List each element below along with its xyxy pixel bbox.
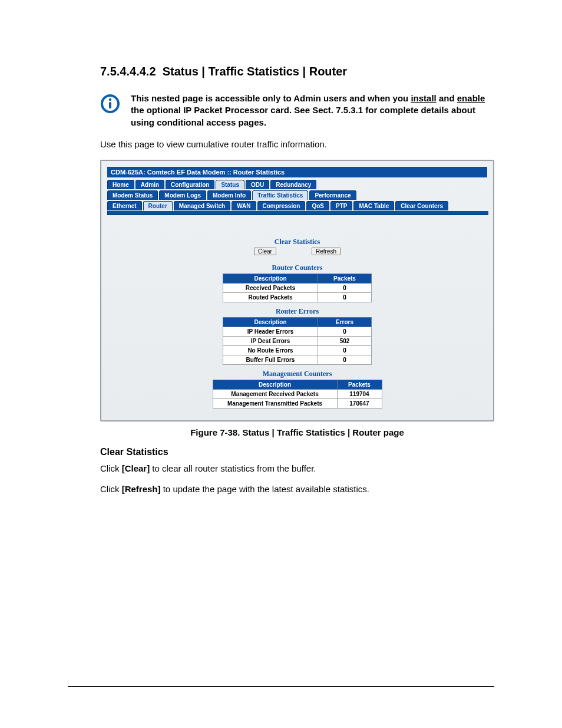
table-row: No Route Errors0	[223, 345, 372, 355]
refresh-button[interactable]: Refresh	[312, 248, 340, 255]
clear-statistics-title: Clear Statistics	[275, 238, 320, 246]
table-row: Routed Packets0	[223, 292, 372, 302]
router-counters-title: Router Counters	[272, 263, 322, 272]
clear-button[interactable]: Clear	[254, 248, 276, 255]
management-counters-table: DescriptionPackets Management Received P…	[213, 380, 382, 409]
admin-note: This nested page is accessible only to A…	[131, 93, 494, 129]
screenshot-figure: CDM-625A: Comtech EF Data Modem :: Route…	[100, 160, 494, 421]
management-counters-title: Management Counters	[263, 370, 332, 378]
table-row: IP Header Errors0	[223, 327, 372, 336]
tab-modem-info[interactable]: Modem Info	[207, 190, 251, 200]
footer-rule	[68, 686, 494, 687]
refresh-instruction: Click [Refresh] to update the page with …	[100, 484, 494, 494]
clear-statistics-heading: Clear Statistics	[100, 447, 494, 457]
router-errors-table: DescriptionErrors IP Header Errors0IP De…	[223, 317, 372, 365]
table-row: Received Packets0	[223, 283, 372, 292]
section-title: Status | Traffic Statistics | Router	[163, 65, 348, 78]
tab-ptp[interactable]: PTP	[330, 201, 352, 210]
table-row: IP Dest Errors502	[223, 336, 372, 345]
tab-wan[interactable]: WAN	[232, 201, 256, 210]
tab-managed-switch[interactable]: Managed Switch	[174, 201, 230, 210]
tab-mac-table[interactable]: MAC Table	[353, 201, 394, 210]
table-row: Buffer Full Errors0	[223, 355, 372, 364]
svg-point-1	[109, 98, 111, 101]
tab-configuration[interactable]: Configuration	[166, 180, 215, 189]
figure-caption: Figure 7-38. Status | Traffic Statistics…	[100, 427, 494, 437]
tab-odu[interactable]: ODU	[246, 180, 269, 189]
section-number: 7.5.4.4.4.2	[100, 65, 156, 78]
tab-modem-logs[interactable]: Modem Logs	[159, 190, 206, 200]
tab-modem-status[interactable]: Modem Status	[107, 190, 158, 200]
router-counters-table: DescriptionPackets Received Packets0Rout…	[223, 274, 372, 302]
tab-home[interactable]: Home	[107, 180, 134, 189]
tab-clear-counters[interactable]: Clear Counters	[395, 201, 448, 210]
tab-ethernet[interactable]: Ethernet	[107, 201, 142, 210]
table-row: Management Received Packets119704	[213, 389, 382, 398]
table-row: Management Transmitted Packets170647	[213, 398, 382, 408]
clear-instruction: Click [Clear] to clear all router statis…	[100, 463, 494, 473]
tab-status[interactable]: Status	[216, 180, 244, 189]
tab-admin[interactable]: Admin	[135, 180, 164, 189]
router-errors-title: Router Errors	[276, 307, 319, 316]
section-heading: 7.5.4.4.4.2 Status | Traffic Statistics …	[100, 65, 494, 78]
tab-router[interactable]: Router	[143, 201, 173, 210]
tab-compression[interactable]: Compression	[257, 201, 306, 210]
tab-performance[interactable]: Performance	[309, 190, 356, 200]
tab-redundancy[interactable]: Redundancy	[270, 180, 316, 189]
tab-qos[interactable]: QoS	[306, 201, 329, 210]
tab-traffic-statistics[interactable]: Traffic Statistics	[252, 190, 308, 200]
intro-text: Use this page to view cumulative router …	[100, 139, 494, 149]
window-title: CDM-625A: Comtech EF Data Modem :: Route…	[107, 167, 487, 177]
info-icon	[100, 94, 120, 116]
svg-rect-2	[109, 102, 111, 108]
